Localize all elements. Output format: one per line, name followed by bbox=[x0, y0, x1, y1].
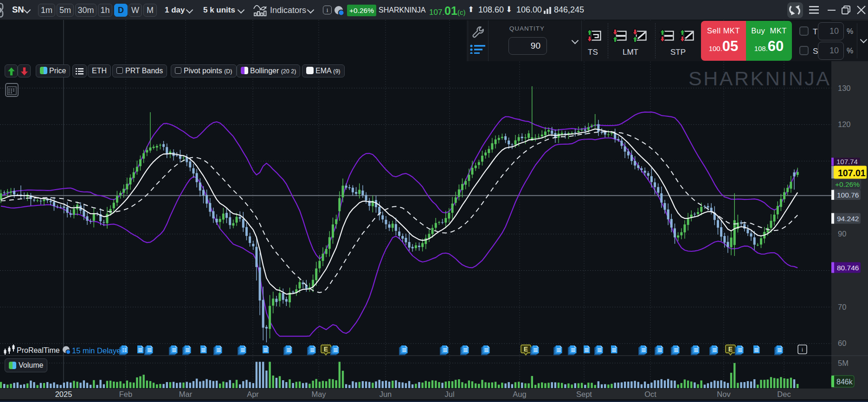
svg-text:+0.26%: +0.26% bbox=[835, 180, 860, 188]
svg-text:2025: 2025 bbox=[55, 390, 72, 398]
svg-text:107.74: 107.74 bbox=[836, 158, 858, 166]
svg-text:846k: 846k bbox=[836, 378, 853, 386]
svg-text:90: 90 bbox=[838, 230, 846, 238]
svg-text:Sept: Sept bbox=[576, 390, 592, 398]
svg-text:Feb: Feb bbox=[119, 390, 132, 398]
svg-text:Jul: Jul bbox=[444, 390, 454, 398]
svg-text:130: 130 bbox=[838, 84, 851, 92]
svg-text:80.746: 80.746 bbox=[837, 264, 859, 272]
svg-text:E: E bbox=[728, 345, 733, 353]
svg-text:Nov: Nov bbox=[717, 390, 731, 398]
svg-text:Oct: Oct bbox=[644, 390, 656, 398]
svg-text:Jun: Jun bbox=[379, 390, 392, 398]
svg-text:E: E bbox=[324, 345, 328, 353]
svg-text:60: 60 bbox=[838, 339, 846, 347]
svg-text:100.76: 100.76 bbox=[837, 191, 859, 199]
svg-text:70: 70 bbox=[838, 303, 846, 311]
svg-text:Mar: Mar bbox=[179, 390, 193, 398]
svg-text:Dec: Dec bbox=[777, 390, 791, 398]
svg-text:May: May bbox=[311, 390, 326, 398]
svg-text:Aug: Aug bbox=[513, 390, 526, 398]
svg-text:E: E bbox=[524, 345, 528, 353]
svg-text:Apr: Apr bbox=[247, 390, 259, 398]
svg-text:5M: 5M bbox=[838, 359, 849, 367]
svg-text:107.01: 107.01 bbox=[838, 168, 866, 178]
svg-text:120: 120 bbox=[838, 120, 851, 128]
svg-text:SHARKNINJA: SHARKNINJA bbox=[688, 67, 831, 89]
svg-text:94.242: 94.242 bbox=[837, 215, 859, 223]
